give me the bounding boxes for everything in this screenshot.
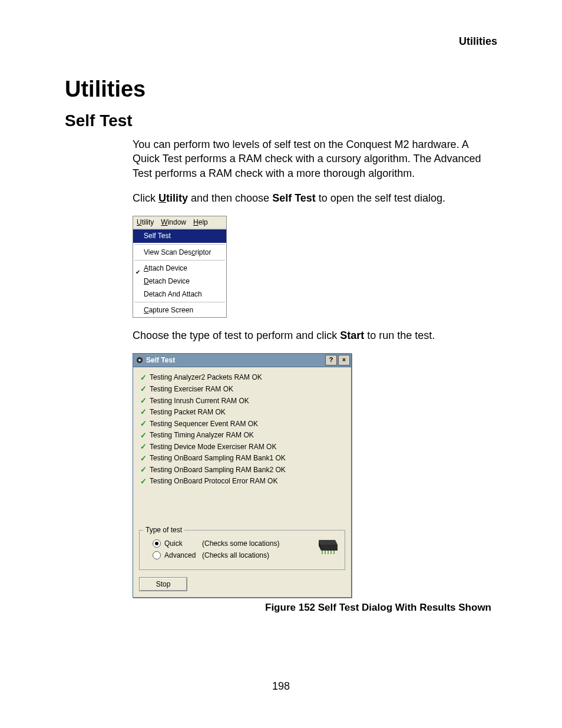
- svg-point-1: [138, 359, 141, 361]
- menu-item-detach-device[interactable]: Detach Device: [133, 275, 226, 288]
- radio-label: Advanced: [164, 551, 201, 560]
- utility-rest: tility: [166, 192, 188, 204]
- check-icon: ✓: [139, 465, 147, 475]
- menu-item-capture-screen[interactable]: Capture Screen: [133, 304, 226, 317]
- radio-label: Quick: [164, 539, 201, 548]
- check-icon: ✓: [139, 430, 147, 441]
- result-text: Testing Exerciser RAM OK: [150, 384, 233, 394]
- result-text: Testing Analyzer2 Packets RAM OK: [150, 373, 262, 382]
- check-icon: ✓: [139, 476, 147, 487]
- radio-note: (Checks some locations): [202, 539, 279, 548]
- utility-accel: U: [158, 192, 166, 204]
- text: and then choose: [188, 192, 272, 204]
- menu-item-self-test[interactable]: Self Test: [133, 229, 226, 242]
- text: Click: [133, 192, 158, 204]
- check-icon: ✓: [139, 384, 147, 394]
- radio-advanced[interactable]: Advanced (Checks all locations): [153, 551, 340, 560]
- text: Choose the type of test to perform and c…: [133, 330, 340, 341]
- svg-marker-4: [321, 545, 338, 551]
- svg-marker-2: [319, 540, 338, 545]
- menu-item-label: Detach Device: [144, 276, 190, 286]
- group-legend: Type of test: [143, 525, 184, 535]
- page-title: Utilities: [65, 77, 497, 102]
- results-list: ✓Testing Analyzer2 Packets RAM OK ✓Testi…: [139, 372, 345, 525]
- result-row: ✓Testing Exerciser RAM OK: [139, 383, 345, 395]
- result-text: Testing OnBoard Protocol Error RAM OK: [150, 476, 277, 486]
- menu-separator: [134, 260, 225, 261]
- radio-icon: [153, 539, 161, 548]
- radio-icon: [153, 551, 161, 559]
- page-header-right: Utilities: [459, 35, 497, 48]
- check-icon: ✓: [139, 453, 147, 464]
- radio-note: (Checks all locations): [202, 551, 269, 560]
- dialog-titlebar[interactable]: Self Test ? ×: [133, 354, 351, 367]
- section-title: Self Test: [65, 111, 497, 130]
- result-text: Testing Inrush Current RAM OK: [150, 396, 249, 406]
- chip-icon: [315, 538, 339, 555]
- type-of-test-group: Type of test: [139, 530, 345, 570]
- check-icon: ✓: [139, 442, 147, 452]
- selftest-bold: Self Test: [272, 192, 316, 204]
- self-test-dialog: Self Test ? × ✓Testing Analyzer2 Packets…: [133, 353, 352, 598]
- result-text: Testing OnBoard Sampling RAM Bank2 OK: [150, 465, 286, 475]
- menu-item-label: View Scan Descriptor: [144, 248, 211, 257]
- result-row: ✓Testing Timing Analyzer RAM OK: [139, 430, 345, 442]
- result-text: Testing Device Mode Exerciser RAM OK: [150, 442, 276, 452]
- close-button[interactable]: ×: [338, 355, 350, 365]
- menu-item-label: Self Test: [144, 231, 171, 241]
- result-row: ✓Testing OnBoard Protocol Error RAM OK: [139, 476, 345, 487]
- result-row: ✓Testing Inrush Current RAM OK: [139, 395, 345, 407]
- result-text: Testing Timing Analyzer RAM OK: [150, 430, 254, 440]
- check-icon: ✓: [139, 419, 147, 429]
- menubar-window[interactable]: Window: [157, 216, 190, 228]
- menu-dropdown: Self Test View Scan Descriptor Attach De…: [133, 229, 226, 317]
- menu-item-detach-and-attach[interactable]: Detach And Attach: [133, 288, 226, 301]
- result-row: ✓Testing Sequencer Event RAM OK: [139, 418, 345, 430]
- app-icon: [135, 356, 144, 364]
- page-number: 198: [0, 680, 562, 693]
- check-icon: ✓: [139, 407, 147, 417]
- menubar-help[interactable]: Help: [190, 216, 211, 228]
- radio-quick[interactable]: Quick (Checks some locations): [153, 539, 340, 548]
- result-text: Testing Packet RAM OK: [150, 407, 226, 417]
- menu-separator: [134, 302, 225, 302]
- result-text: Testing Sequencer Event RAM OK: [150, 419, 258, 429]
- menu-item-attach-device[interactable]: Attach Device: [133, 262, 226, 275]
- utility-menu-screenshot: Utility Window Help Self Test View Scan …: [133, 216, 227, 317]
- menu-item-label: Attach Device: [144, 263, 187, 273]
- check-icon: ✓: [139, 373, 147, 383]
- result-row: ✓Testing OnBoard Sampling RAM Bank1 OK: [139, 453, 345, 465]
- result-row: ✓Testing Packet RAM OK: [139, 406, 345, 418]
- menu-separator: [134, 244, 225, 245]
- instruction-run-test: Choose the type of test to perform and c…: [133, 328, 497, 342]
- check-icon: ✓: [139, 396, 147, 406]
- figure-caption: Figure 152 Self Test Dialog With Results…: [133, 601, 497, 615]
- menubar: Utility Window Help: [133, 216, 226, 229]
- menu-item-label: Detach And Attach: [144, 289, 202, 299]
- menubar-utility[interactable]: Utility: [133, 216, 157, 228]
- text: to open the self test dialog.: [316, 192, 445, 204]
- result-text: Testing OnBoard Sampling RAM Bank1 OK: [150, 453, 286, 463]
- text: to run the test.: [364, 330, 435, 341]
- result-row: ✓Testing Analyzer2 Packets RAM OK: [139, 372, 345, 384]
- stop-button[interactable]: Stop: [139, 577, 187, 591]
- start-bold: Start: [340, 330, 364, 341]
- dialog-title: Self Test: [146, 355, 175, 365]
- help-button[interactable]: ?: [325, 355, 337, 365]
- instruction-open-dialog: Click Utility and then choose Self Test …: [133, 191, 497, 205]
- menu-item-view-scan-descriptor[interactable]: View Scan Descriptor: [133, 246, 226, 259]
- result-row: ✓Testing OnBoard Sampling RAM Bank2 OK: [139, 464, 345, 476]
- result-row: ✓Testing Device Mode Exerciser RAM OK: [139, 441, 345, 453]
- menu-item-label: Capture Screen: [144, 305, 193, 315]
- intro-paragraph: You can perform two levels of self test …: [133, 137, 497, 180]
